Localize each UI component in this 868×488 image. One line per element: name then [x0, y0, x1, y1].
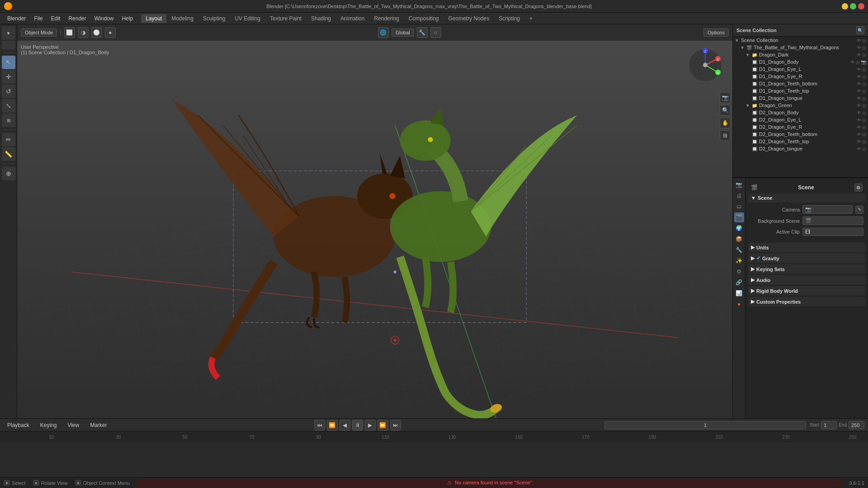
workspace-shading[interactable]: Shading	[307, 14, 335, 23]
tool-add[interactable]: ⊕	[2, 167, 15, 180]
viewport-transform-global[interactable]: Global	[392, 28, 414, 37]
section-custom-props-header[interactable]: ▶ Custom Properties	[748, 297, 865, 306]
eye-d1eyeleft[interactable]: 👁	[857, 67, 861, 72]
outliner-item-d2-tongue[interactable]: 🔲 D2_Dragon_tongue 👁 ◎	[733, 145, 868, 152]
res-d2eyeright[interactable]: ◎	[862, 125, 866, 130]
eye-d1teethtop[interactable]: 👁	[857, 89, 861, 94]
restrict-icon-1[interactable]: ◎	[862, 45, 866, 50]
section-audio-header[interactable]: ▶ Audio	[748, 275, 865, 285]
section-rigidbody-header[interactable]: ▶ Rigid Body World	[748, 286, 865, 296]
menu-file[interactable]: File	[30, 14, 46, 23]
eye-d2body[interactable]: 👁	[857, 110, 861, 115]
res-d2teethbot[interactable]: ◎	[862, 132, 866, 137]
section-units-header[interactable]: ▶ Units	[748, 243, 865, 252]
prop-view-layer-icon[interactable]: 🗂	[734, 202, 744, 211]
res-green[interactable]: ◎	[862, 103, 866, 108]
object-mode-button[interactable]: Object Mode	[21, 28, 57, 37]
section-scene-header[interactable]: ▼ Scene	[748, 193, 865, 202]
menu-window[interactable]: Window	[91, 14, 118, 23]
outliner-item-d1-teeth-bot[interactable]: 🔲 D1_Dragon_Teeth_bottom 👁 ◎	[733, 80, 868, 87]
prop-scene-icon[interactable]: 🎬	[734, 212, 744, 222]
active-clip-picker[interactable]: 🎞	[802, 228, 863, 236]
eye-d2eyeleft[interactable]: 👁	[857, 117, 861, 122]
view-magnify-icon[interactable]: 🔍	[720, 105, 731, 116]
timeline-track-area[interactable]: 1030507090110130150170190210230250	[0, 432, 868, 477]
play-prev-keyframe[interactable]: ⏪	[327, 420, 338, 431]
prop-particles-icon[interactable]: ✨	[734, 256, 744, 266]
res-d1tongue[interactable]: ◎	[862, 96, 866, 101]
eye-icon[interactable]: 👁	[857, 38, 861, 43]
res-d1eyeleft[interactable]: ◎	[862, 67, 866, 72]
outliner-filter-btn[interactable]: 🔍	[856, 26, 864, 34]
view-grid-icon[interactable]: ⊞	[720, 130, 731, 141]
prop-constraints-icon[interactable]: 🔗	[734, 277, 744, 287]
menu-help[interactable]: Help	[118, 14, 137, 23]
outliner-item-the-battle[interactable]: ▼ 🎬 The_Battle_of_Two_Mythical_Dragons 👁…	[733, 44, 868, 51]
prop-world-icon[interactable]: 🌍	[734, 223, 744, 233]
eye-d1teethbot[interactable]: 👁	[857, 81, 861, 86]
restrict-icon-dark[interactable]: ◎	[862, 52, 866, 57]
viewport-shading-solid[interactable]: ◑	[78, 27, 89, 38]
lmb-icon[interactable]: ●	[4, 480, 10, 486]
eye-d2teethtop[interactable]: 👁	[857, 139, 861, 144]
maximize-button[interactable]	[850, 3, 856, 9]
prop-render-icon[interactable]: 📷	[734, 180, 744, 190]
render-d1body[interactable]: 📷	[861, 60, 866, 65]
restrict-icon[interactable]: ◎	[862, 38, 866, 43]
viewport-shading-wireframe[interactable]: ⬜	[64, 27, 75, 38]
workspace-geometry-nodes[interactable]: Geometry Nodes	[444, 14, 494, 23]
eye-icon-1[interactable]: 👁	[857, 45, 861, 50]
eye-green[interactable]: 👁	[857, 103, 861, 108]
workspace-animation[interactable]: Animation	[336, 14, 369, 23]
outliner-scene-collection[interactable]: ▼ Scene Collection 👁 ◎	[733, 37, 868, 44]
menu-render[interactable]: Render	[65, 14, 90, 23]
prop-material-icon[interactable]: ●	[734, 299, 744, 309]
workspace-texture-paint[interactable]: Texture Paint	[265, 14, 306, 23]
play-jump-end[interactable]: ⏭	[390, 420, 401, 431]
play-next-frame[interactable]: ▶	[365, 420, 376, 431]
res-d2teethtop[interactable]: ◎	[862, 139, 866, 144]
timeline-playback[interactable]: Playback	[4, 421, 33, 430]
menu-blender[interactable]: Blender	[4, 14, 29, 23]
outliner-item-d2-body[interactable]: 🔲 D2_Dragon_Body 👁 ◎	[733, 109, 868, 116]
view-camera-icon[interactable]: 📷	[720, 92, 731, 103]
rmb-icon[interactable]: ●	[75, 480, 81, 486]
timeline-keying[interactable]: Keying	[37, 421, 61, 430]
prop-output-icon[interactable]: 🖨	[734, 191, 744, 201]
play-prev-frame[interactable]: ◀	[340, 420, 350, 431]
res-d1teethtop[interactable]: ◎	[862, 89, 866, 94]
viewport-shading-rendered[interactable]: ●	[105, 27, 116, 38]
res-d1teethbot[interactable]: ◎	[862, 81, 866, 86]
current-frame-input[interactable]: 1	[604, 421, 806, 429]
tool-scale[interactable]: ⤡	[2, 99, 15, 113]
tool-rotate[interactable]: ↺	[2, 84, 15, 98]
play-jump-start[interactable]: ⏮	[314, 420, 325, 431]
tool-move[interactable]: ✛	[2, 70, 15, 84]
minimize-button[interactable]	[842, 3, 848, 9]
play-next-keyframe[interactable]: ⏩	[377, 420, 388, 431]
eye-icon-dark[interactable]: 👁	[857, 52, 861, 57]
outliner-item-d1-eye-l[interactable]: 🔲 D1_Dragon_Eye_L 👁 ◎	[733, 66, 868, 73]
outliner-item-dragon-dark[interactable]: ▼ 📁 Dragon_Dark 👁 ◎	[733, 51, 868, 58]
eye-d2eyeright[interactable]: 👁	[857, 125, 861, 130]
mmb-icon[interactable]: ●	[33, 480, 39, 486]
eye-d2tongue[interactable]: 👁	[857, 146, 861, 151]
bg-scene-picker[interactable]: 🎬	[802, 216, 863, 225]
eye-d1tongue[interactable]: 👁	[857, 96, 861, 101]
workspace-uv-editing[interactable]: UV Editing	[230, 14, 265, 23]
viewport-proportional-edit[interactable]: ○	[430, 27, 441, 38]
prop-physics-icon[interactable]: ⚙	[734, 267, 744, 277]
section-gravity-header[interactable]: ▶ ✔ Gravity	[748, 253, 865, 263]
viewport-snap-toggle[interactable]: 🔧	[417, 27, 428, 38]
view-hand-icon[interactable]: ✋	[720, 117, 731, 128]
camera-eyedropper[interactable]: ✎	[855, 206, 863, 214]
workspace-compositing[interactable]: Compositing	[404, 14, 443, 23]
workspace-sculpting[interactable]: Sculpting	[198, 14, 230, 23]
res-d2tongue[interactable]: ◎	[862, 146, 866, 151]
play-pause[interactable]: ⏸	[352, 420, 363, 431]
res-d2body[interactable]: ◎	[862, 110, 866, 115]
viewport-global-local[interactable]: 🌐	[378, 27, 389, 38]
prop-modifier-icon[interactable]: 🔧	[734, 245, 744, 255]
panel-options-btn[interactable]: ⚙	[854, 183, 863, 192]
outliner-item-d2-teeth-bot[interactable]: 🔲 D2_Dragon_Teeth_bottom 👁 ◎	[733, 131, 868, 138]
